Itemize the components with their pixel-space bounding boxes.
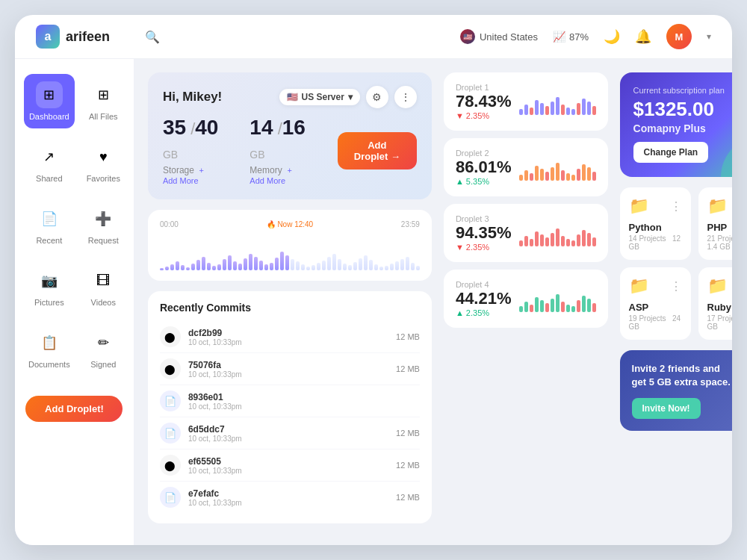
invite-button[interactable]: Invite Now!: [632, 398, 701, 419]
sidebar-item-videos[interactable]: 🎞 Videos: [82, 260, 125, 314]
droplet-row-3[interactable]: Droplet 3 94.35% ▼ 2.35%: [444, 204, 608, 262]
mini-bar: [566, 305, 570, 312]
signed-icon: ✏: [90, 329, 117, 356]
waveform-bar: [280, 252, 284, 270]
add-droplet-sidebar-button[interactable]: Add Droplet!: [25, 396, 123, 422]
commit-item[interactable]: 📄 e7efafc 10 oct, 10:33pm 12 MB: [160, 482, 420, 513]
commit-date: 10 oct, 10:33pm: [188, 499, 388, 507]
chevron-down-icon[interactable]: ▾: [707, 31, 711, 42]
commit-date: 10 oct, 10:33pm: [188, 467, 388, 475]
folder-name: Ruby: [707, 302, 732, 313]
favorites-icon: ♥: [90, 143, 117, 170]
droplet-label: Droplet 2: [456, 149, 512, 158]
country-selector[interactable]: 🇺🇸 United States: [460, 29, 538, 44]
mini-bar: [577, 300, 580, 312]
sidebar-item-request[interactable]: ➕ Request: [82, 198, 125, 252]
sidebar-item-shared[interactable]: ↗ Shared: [24, 136, 75, 190]
sidebar-item-pictures[interactable]: 📷 Pictures: [24, 260, 75, 314]
folder-card-python[interactable]: 📁 ⋮ Python 14 Projects 12 GB: [620, 187, 691, 260]
mini-bar: [582, 164, 586, 181]
commit-hash: 8936e01: [188, 392, 412, 402]
country-label: United States: [480, 31, 538, 43]
mini-bar: [535, 297, 539, 312]
folder-card-php[interactable]: 📁 ⋮ PHP 21 Projects 1.4 GB: [698, 187, 732, 260]
waveform-bar: [369, 260, 373, 270]
commit-item[interactable]: ⬤ ef65505 10 oct, 10:33pm 12 MB: [160, 449, 420, 482]
waveform-bar: [212, 266, 216, 270]
folder-card-asp[interactable]: 📁 ⋮ ASP 19 Projects 24 GB: [620, 267, 691, 340]
commit-item[interactable]: 📄 6d5ddc7 10 oct, 10:33pm 12 MB: [160, 417, 420, 449]
logo-area: a arifeen: [36, 25, 133, 49]
storage-label: Storage + Add More: [163, 165, 220, 186]
time-now: 🔥 Now 12:40: [267, 220, 314, 228]
mini-bar: [540, 103, 544, 115]
commit-item[interactable]: ⬤ dcf2b99 10 oct, 10:33pm 12 MB: [160, 321, 420, 353]
memory-stat: 14 /16 GB Memory + Add More: [249, 116, 307, 186]
greeting-text: Hi, Mikey!: [163, 90, 222, 105]
search-area[interactable]: 🔍: [145, 30, 448, 44]
commit-item[interactable]: 📄 8936e01 10 oct, 10:33pm: [160, 385, 420, 417]
commit-info: ef65505 10 oct, 10:33pm: [188, 456, 388, 475]
sidebar-item-recent[interactable]: 📄 Recent: [24, 198, 75, 252]
sidebar-item-documents[interactable]: 📋 Documents: [24, 322, 75, 376]
mini-bar: [561, 236, 565, 246]
waveform-bar: [191, 264, 195, 270]
storage-stats: 35 /40 GB Storage + Add More 14 /16 GB: [163, 116, 417, 186]
mini-chart: [519, 285, 596, 312]
mini-bar: [587, 233, 591, 246]
droplet-percent: 44.21%: [456, 289, 512, 308]
server-badge[interactable]: 🇺🇸 US Server ▾: [279, 89, 360, 105]
commit-item[interactable]: ⬤ 75076fa 10 oct, 10:33pm 12 MB: [160, 353, 420, 385]
folder-more-icon[interactable]: ⋮: [670, 199, 682, 214]
moon-icon[interactable]: 🌙: [604, 28, 620, 45]
pictures-icon: 📷: [36, 267, 63, 294]
storage-value: 35 /40 GB: [163, 116, 220, 164]
search-icon[interactable]: 🔍: [145, 30, 160, 44]
settings-icon[interactable]: ⚙: [366, 86, 388, 108]
folder-card-ruby[interactable]: 📁 ⋮ Ruby 17 Projects 12 GB: [698, 267, 732, 340]
mini-bar: [556, 97, 560, 115]
droplet-label: Droplet 1: [456, 83, 512, 92]
waveform-bar: [228, 255, 232, 270]
more-icon[interactable]: ⋮: [394, 86, 417, 108]
mini-bar: [540, 234, 544, 246]
flag-icon: 🇺🇸: [460, 29, 475, 44]
sidebar-item-favorites[interactable]: ♥ Favorites: [82, 136, 125, 190]
folder-icon: 📁: [707, 196, 728, 216]
mini-bar: [566, 108, 570, 115]
mini-bar: [551, 167, 554, 181]
sidebar-item-allfiles[interactable]: ⊞ All Files: [82, 74, 125, 128]
commit-hash: 75076fa: [188, 360, 388, 370]
waveform-bar: [374, 264, 378, 270]
droplet-row-2[interactable]: Droplet 2 86.01% ▲ 5.35%: [444, 138, 608, 196]
sidebar-label-recent: Recent: [36, 236, 62, 245]
sidebar: ⊞ Dashboard ⊞ All Files ↗ Shared ♥ Favor…: [15, 59, 134, 545]
main-content: Hi, Mikey! 🇺🇸 US Server ▾ ⚙ ⋮: [134, 59, 732, 545]
waveform-bar: [416, 266, 420, 270]
mini-bar: [540, 300, 544, 312]
add-droplet-card-button[interactable]: Add Droplet →: [338, 132, 417, 169]
droplet-label: Droplet 3: [456, 214, 512, 223]
waveform-times: 00:00 🔥 Now 12:40 23:59: [160, 220, 420, 228]
app-container: a arifeen 🔍 🇺🇸 United States 📈 87% 🌙 🔔 M…: [15, 15, 732, 545]
mini-bar: [519, 240, 523, 246]
waveform-bar: [296, 261, 300, 270]
commits-title: Recently Commits: [160, 302, 420, 314]
change-plan-button[interactable]: Change Plan: [633, 142, 709, 163]
droplet-row-1[interactable]: Droplet 1 78.43% ▼ 2.35%: [444, 72, 608, 131]
avatar[interactable]: M: [666, 24, 692, 49]
waveform-bar: [244, 258, 247, 270]
folder-header: 📁 ⋮: [707, 276, 732, 296]
sidebar-label-dashboard: Dashboard: [29, 112, 69, 121]
mini-bar: [530, 173, 533, 181]
folder-more-icon[interactable]: ⋮: [670, 279, 682, 293]
bell-icon[interactable]: 🔔: [635, 28, 651, 45]
sidebar-label-pictures: Pictures: [34, 298, 64, 307]
mini-bar: [530, 239, 533, 246]
far-right-panel: Current subscription plan $1325.00 Comap…: [620, 72, 732, 532]
droplet-row-4[interactable]: Droplet 4 44.21% ▲ 2.35%: [444, 270, 608, 328]
droplet-info: Droplet 2 86.01% ▲ 5.35%: [456, 149, 512, 186]
sidebar-item-signed[interactable]: ✏ Signed: [82, 322, 125, 376]
sidebar-item-dashboard[interactable]: ⊞ Dashboard: [24, 74, 75, 128]
commits-section: Recently Commits ⬤ dcf2b99 10 oct, 10:33…: [148, 291, 432, 523]
